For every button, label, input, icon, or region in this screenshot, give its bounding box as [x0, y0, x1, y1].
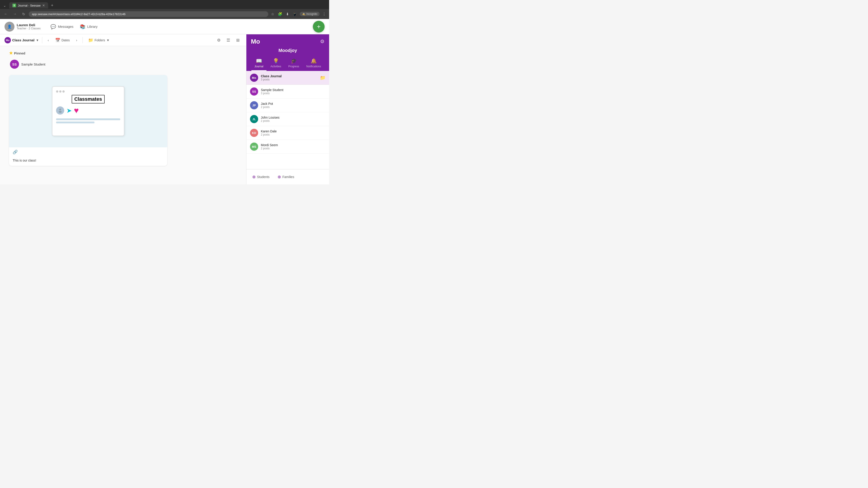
app-header: 👤 Lauren Deli Teacher · 2 Classes 💬 Mess… — [0, 19, 329, 34]
student-name-jp: Jack Pot — [261, 102, 326, 105]
sidebar-content: Mo Class Journal 3 posts 📁 SS Sample Stu… — [246, 71, 329, 169]
student-info-ss: Sample Student 3 posts — [261, 88, 326, 95]
student-row-ms[interactable]: MS Mordi Seem 2 posts — [246, 140, 329, 154]
pinned-section: ★ Pinned SS Sample Student — [9, 51, 237, 70]
journal-content: ★ Pinned SS Sample Student — [0, 46, 246, 184]
user-info: 👤 Lauren Deli Teacher · 2 Classes — [4, 22, 40, 32]
address-bar[interactable] — [29, 11, 268, 17]
tab-close-button[interactable]: ✕ — [42, 4, 45, 7]
library-label: Library — [87, 25, 98, 29]
user-role: Teacher · 2 Classes — [17, 27, 40, 30]
new-tab-group-btn[interactable]: ⌄ — [2, 3, 7, 8]
student-name-jl: John Louises — [261, 116, 326, 119]
messages-nav-item[interactable]: 💬 Messages — [51, 24, 73, 29]
app: 👤 Lauren Deli Teacher · 2 Classes 💬 Mess… — [0, 19, 329, 184]
student-avatar-jp: JP — [250, 101, 258, 109]
dates-button[interactable]: 📅 Dates — [53, 36, 72, 44]
folders-chevron-down-icon: ▼ — [106, 38, 110, 42]
settings-icon[interactable]: ⚙ — [320, 39, 324, 44]
messages-label: Messages — [58, 25, 73, 29]
filter-button[interactable]: ⚙ — [215, 36, 223, 44]
device-button[interactable]: 📱 — [291, 11, 298, 17]
sidebar-header: Mo ⚙ Moodjoy 📖 Journal 💡 Activities 🎓 — [246, 34, 329, 71]
star-icon: ★ — [9, 51, 13, 56]
user-name: Lauren Deli — [17, 23, 40, 27]
messages-icon: 💬 — [51, 24, 56, 29]
toolbar-separator-2 — [83, 37, 83, 43]
post-card-image: Classmates ➤ ♥ — [9, 75, 167, 147]
prev-date-button[interactable]: ‹ — [45, 37, 51, 43]
link-icon[interactable]: 🔗 — [13, 150, 18, 155]
tab-progress[interactable]: 🎓 Progress — [285, 56, 302, 71]
library-icon: 📚 — [80, 24, 86, 29]
extension-button[interactable]: 🧩 — [277, 11, 283, 17]
nav-actions: ☆ 🧩 ⬇ 📱 🕵 Incognito ⋮ — [270, 11, 327, 17]
browser-chrome: ⌄ S Journal - Seesaw ✕ + ← → ↻ ☆ 🧩 ⬇ 📱 🕵… — [0, 0, 329, 19]
student-row-jp[interactable]: JP Jack Pot 2 posts — [246, 98, 329, 112]
activities-tab-label: Activities — [271, 65, 281, 68]
student-row-kd[interactable]: KD Karen Dale 2 posts — [246, 126, 329, 140]
nav-back-forward: ⌄ — [2, 3, 7, 8]
student-posts-ms: 2 posts — [261, 147, 326, 150]
browser-tab-active[interactable]: S Journal - Seesaw ✕ — [9, 2, 48, 8]
student-info-jl: John Louises 2 posts — [261, 116, 326, 123]
incognito-badge: 🕵 Incognito — [300, 12, 320, 16]
dot-2 — [59, 90, 61, 93]
class-avatar: Mo — [4, 37, 11, 43]
toolbar-right: ⚙ ☰ ⊞ — [215, 36, 242, 44]
tab-favicon: S — [12, 4, 16, 7]
reload-button[interactable]: ↻ — [20, 11, 27, 17]
card-dots — [56, 90, 65, 93]
families-button[interactable]: ⊕ Families — [275, 173, 296, 181]
class-chevron-down-icon: ▼ — [36, 38, 39, 42]
dot-1 — [56, 90, 58, 93]
folders-button[interactable]: 📁 Folders ▼ — [86, 36, 112, 44]
class-selector[interactable]: Mo Class Journal ▼ — [4, 37, 39, 43]
add-button[interactable]: + — [313, 21, 324, 33]
class-journal-folder-icon[interactable]: 📁 — [320, 75, 326, 80]
tab-journal[interactable]: 📖 Journal — [251, 56, 267, 71]
journal-tab-label: Journal — [254, 65, 264, 68]
grid-view-button[interactable]: ⊞ — [234, 36, 242, 44]
download-button[interactable]: ⬇ — [285, 11, 290, 17]
card-visual: ➤ ♥ — [56, 106, 79, 115]
student-posts-kd: 2 posts — [261, 133, 326, 136]
forward-button[interactable]: → — [11, 11, 19, 17]
student-row-ss[interactable]: SS Sample Student 3 posts — [246, 85, 329, 98]
tab-notifications[interactable]: 🔔 Notifications — [303, 56, 324, 71]
sidebar-class-info: Mo ⚙ — [251, 38, 324, 45]
classmates-card: Classmates ➤ ♥ — [52, 86, 124, 136]
incognito-label: Incognito — [306, 12, 317, 15]
list-view-button[interactable]: ☰ — [224, 36, 232, 44]
journal-toolbar: Mo Class Journal ▼ ‹ 📅 Dates › 📁 — [0, 34, 246, 46]
student-posts-ss: 3 posts — [261, 92, 326, 95]
heart-icon: ♥ — [74, 106, 79, 115]
students-button[interactable]: ⊕ Students — [250, 173, 272, 181]
class-journal-row[interactable]: Mo Class Journal 3 posts 📁 — [246, 71, 329, 85]
svg-point-1 — [59, 111, 62, 113]
card-lines — [56, 119, 120, 123]
sample-student-item[interactable]: SS Sample Student — [9, 58, 237, 70]
next-chevron-icon: › — [76, 38, 77, 42]
student-row-jl[interactable]: JL John Louises 2 posts — [246, 112, 329, 126]
menu-button[interactable]: ⋮ — [321, 11, 327, 17]
sample-student-name: Sample Student — [21, 62, 45, 66]
bookmark-button[interactable]: ☆ — [270, 11, 275, 17]
add-icon: + — [317, 23, 320, 30]
new-tab-button[interactable]: + — [49, 3, 55, 8]
students-plus-icon: ⊕ — [252, 174, 256, 180]
calendar-icon: 📅 — [55, 38, 60, 43]
sidebar-tabs: 📖 Journal 💡 Activities 🎓 Progress 🔔 Noti… — [251, 56, 324, 71]
next-date-button[interactable]: › — [74, 37, 79, 43]
class-journal-posts: 3 posts — [261, 78, 320, 81]
student-name-kd: Karen Dale — [261, 129, 326, 133]
student-posts-jp: 2 posts — [261, 105, 326, 109]
library-nav-item[interactable]: 📚 Library — [80, 24, 98, 29]
student-info-kd: Karen Dale 2 posts — [261, 129, 326, 136]
prev-chevron-icon: ‹ — [48, 38, 49, 42]
main-content: Mo Class Journal ▼ ‹ 📅 Dates › 📁 — [0, 34, 329, 184]
back-button[interactable]: ← — [2, 11, 9, 17]
folder-icon: 📁 — [88, 38, 93, 43]
student-name-ms: Mordi Seem — [261, 143, 326, 147]
tab-activities[interactable]: 💡 Activities — [268, 56, 284, 71]
